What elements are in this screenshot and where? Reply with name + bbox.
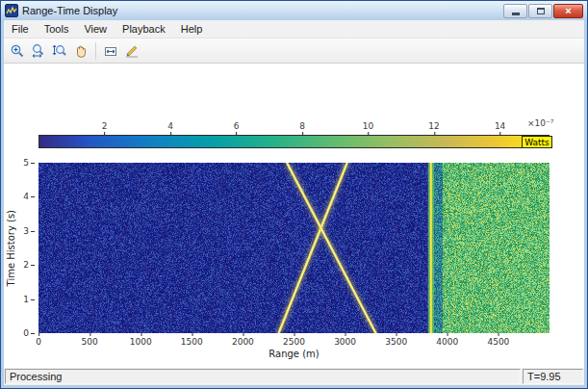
zoom-x-icon — [31, 43, 46, 59]
range-time-display-window: Range-Time Display × File Tools View Pla… — [0, 0, 588, 389]
colorbar-tick-label: 2 — [102, 121, 108, 131]
figure-area: 2468101214 ×10⁻⁷ Watts 05001000150020002… — [4, 64, 584, 368]
toolbar-separator — [95, 42, 96, 60]
y-axis-label: Time History (s) — [4, 163, 18, 333]
colorbar — [38, 135, 550, 148]
x-tick-row: 050010001500200025003000350040004500 — [38, 333, 550, 349]
menu-help[interactable]: Help — [173, 20, 211, 39]
x-tick-label: 1000 — [130, 337, 152, 347]
close-icon: × — [565, 6, 571, 16]
minimize-icon — [512, 13, 520, 15]
zoom-in-icon — [10, 43, 25, 59]
x-tick-label: 500 — [82, 337, 98, 347]
x-axis-label: Range (m) — [38, 349, 550, 359]
x-tick-label: 3000 — [334, 337, 356, 347]
app-icon — [5, 4, 18, 17]
y-tick-col: 012345 — [19, 163, 35, 333]
x-tick-label: 4500 — [487, 337, 509, 347]
toolbar — [4, 39, 584, 64]
colorbar-tick-label: 14 — [495, 121, 505, 131]
measurements-button[interactable] — [121, 40, 142, 62]
scale-axes-button[interactable] — [100, 40, 121, 62]
pan-button[interactable] — [70, 40, 91, 62]
colorbar-unit-label: Watts — [522, 136, 552, 148]
y-tick-label: 5 — [23, 158, 29, 168]
x-tick-label: 1500 — [181, 337, 203, 347]
colorbar-tick-label: 8 — [299, 121, 305, 131]
x-tick-label: 3500 — [385, 337, 407, 347]
simulation-time: T=9.95 — [527, 371, 561, 382]
colorbar-tick-label: 10 — [363, 121, 373, 131]
x-tick-label: 0 — [36, 337, 41, 347]
plot-area[interactable] — [38, 163, 550, 333]
colorbar-scale-label: ×10⁻⁷ — [527, 118, 553, 128]
colorbar-tick-label: 12 — [428, 121, 439, 131]
y-tick-label: 2 — [23, 260, 29, 270]
title-bar[interactable]: Range-Time Display × — [1, 1, 587, 20]
colorbar-tick-label: 6 — [234, 121, 240, 131]
y-tick-label: 0 — [23, 328, 29, 338]
zoom-in-button[interactable] — [7, 40, 28, 62]
colorbar-tick-label: 4 — [167, 121, 173, 131]
pan-hand-icon — [73, 43, 89, 59]
menu-view[interactable]: View — [76, 20, 115, 39]
maximize-icon — [537, 8, 545, 14]
maximize-button[interactable] — [528, 4, 552, 18]
y-tick-label: 3 — [23, 226, 29, 236]
x-tick-label: 2500 — [283, 337, 305, 347]
menu-file[interactable]: File — [4, 20, 37, 39]
close-button[interactable]: × — [553, 4, 583, 18]
x-tick-label: 4000 — [436, 337, 458, 347]
menu-bar: File Tools View Playback Help — [4, 20, 584, 39]
menu-playback[interactable]: Playback — [115, 20, 173, 39]
measurements-pencil-icon — [124, 43, 140, 59]
range-time-heatmap[interactable] — [38, 163, 550, 333]
zoom-x-button[interactable] — [28, 40, 49, 62]
x-tick-label: 2000 — [232, 337, 254, 347]
zoom-y-button[interactable] — [49, 40, 70, 62]
minimize-button[interactable] — [503, 4, 527, 18]
y-tick-label: 4 — [23, 192, 29, 201]
zoom-y-icon — [52, 43, 67, 59]
y-tick-label: 1 — [23, 295, 29, 304]
status-bar: Processing T=9.95 — [4, 368, 584, 385]
window-title: Range-Time Display — [22, 5, 502, 16]
scale-axes-icon — [103, 43, 118, 59]
menu-tools[interactable]: Tools — [37, 20, 77, 39]
status-text: Processing — [10, 371, 62, 382]
